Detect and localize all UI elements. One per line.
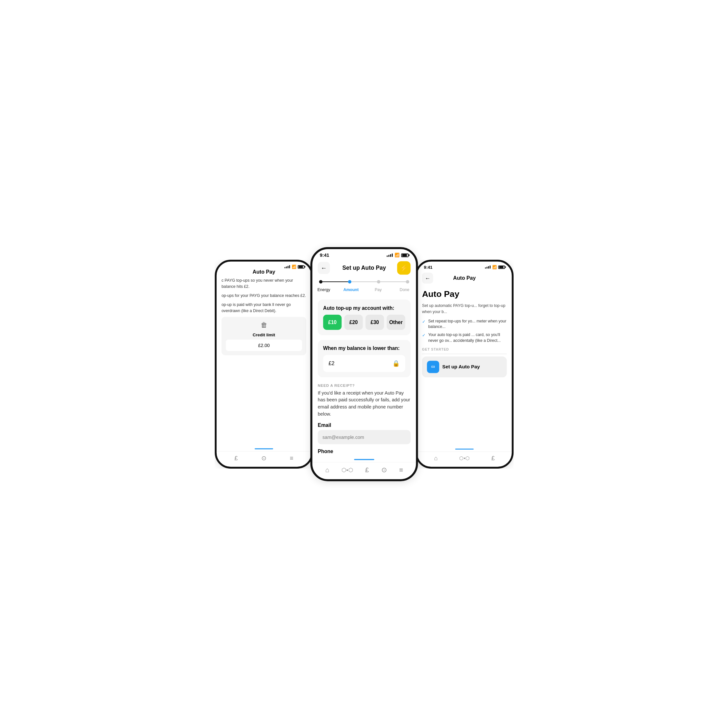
help-icon-center: ⊙ xyxy=(381,466,387,474)
step-dot-energy xyxy=(319,280,322,283)
nav-payment-center[interactable]: £ xyxy=(365,466,369,474)
bottom-nav-left[interactable]: £ ⊙ ≡ xyxy=(216,451,311,466)
battery-icon-center xyxy=(401,253,408,257)
nav-indicator-left xyxy=(254,448,273,449)
payment-icon-center: £ xyxy=(365,466,369,474)
home-icon: ⌂ xyxy=(325,466,329,474)
nav-item-help[interactable]: ⊙ xyxy=(261,454,266,462)
check-text-1: Set repeat top-ups for yo... meter when … xyxy=(428,318,506,330)
check-item-1: ✓ Set repeat top-ups for yo... meter whe… xyxy=(422,318,506,330)
top-nav-right: ← Auto Pay xyxy=(417,271,512,286)
battery-icon xyxy=(298,265,304,268)
center-content: Auto top-up my account with: £10 £20 £30… xyxy=(312,296,416,462)
nav-title-center: Set up Auto Pay xyxy=(342,265,386,271)
battery-icon-right xyxy=(498,265,505,268)
step-dot-pay xyxy=(377,280,380,283)
balance-input: £2 🔒 xyxy=(323,355,405,372)
setup-autopay-button[interactable]: ∞ Set up Auto Pay xyxy=(422,356,506,378)
step-label-pay: Pay xyxy=(371,287,385,292)
autopay-title: Auto Pay xyxy=(422,289,506,299)
infinity-icon: ∞ xyxy=(427,361,439,373)
signal-icon-right xyxy=(485,266,490,269)
nav-item-menu[interactable]: ≡ xyxy=(290,454,293,462)
home-icon-right: ⌂ xyxy=(434,455,437,462)
balance-card: When my balance is lower than: £2 🔒 xyxy=(318,340,410,377)
desc2: op-ups for your PAYG your balance reache… xyxy=(221,292,306,298)
status-time-right: 9:41 xyxy=(424,265,433,269)
step-label-amount: Amount xyxy=(343,287,358,292)
amount-options[interactable]: £10 £20 £30 Other xyxy=(323,315,405,330)
step-line-3 xyxy=(380,281,405,282)
desc3: op-up is paid with your bank ll never go… xyxy=(221,301,306,314)
checkmark-icon-1: ✓ xyxy=(422,318,425,330)
nav-menu-center[interactable]: ≡ xyxy=(399,466,403,474)
wifi-icon-right: 📶 xyxy=(492,265,496,269)
amount-10[interactable]: £10 xyxy=(323,315,341,330)
action-button[interactable]: ⚡ xyxy=(397,261,410,275)
balance-card-title: When my balance is lower than: xyxy=(323,345,405,351)
step-line-1 xyxy=(323,281,348,282)
app-scene: 📶 Auto Pay c PAYG top-ups so you never w… xyxy=(186,252,542,477)
progress-steps xyxy=(312,277,416,287)
trash-icon: 🗑 xyxy=(260,321,267,329)
nav-indicator-center xyxy=(354,459,374,460)
amount-20[interactable]: £20 xyxy=(344,315,362,330)
nav-payment-right[interactable]: £ xyxy=(491,455,495,462)
signal-icon-center xyxy=(387,253,393,257)
nav-home-right[interactable]: ⌂ xyxy=(434,455,437,462)
step-line-2 xyxy=(351,281,377,282)
amount-card: Auto top-up my account with: £10 £20 £30… xyxy=(318,300,410,335)
step-label-energy: Energy xyxy=(317,287,330,292)
status-bar-center: 9:41 📶 xyxy=(312,249,416,259)
balance-value: £2 xyxy=(328,360,334,366)
status-bar-right: 9:41 📶 xyxy=(417,261,512,271)
nav-indicator-right xyxy=(455,448,474,450)
phone-center: 9:41 📶 ← Set up Auto Pay ⚡ xyxy=(310,247,418,481)
payment-icon-right: £ xyxy=(491,455,495,462)
nav-help-center[interactable]: ⊙ xyxy=(381,466,387,474)
get-started-label: GET STARTED xyxy=(422,347,506,351)
bottom-nav-right[interactable]: ⌂ ⬡•⬡ £ xyxy=(417,451,512,467)
wifi-icon: 📶 xyxy=(291,265,296,269)
credit-limit-label: Credit limit xyxy=(252,332,275,336)
desc1: c PAYG top-ups so you never when your ba… xyxy=(221,277,306,289)
payment-icon: £ xyxy=(234,454,238,462)
left-content: c PAYG top-ups so you never when your ba… xyxy=(216,274,311,451)
back-button[interactable]: ← xyxy=(318,262,330,274)
checkmark-icon-2: ✓ xyxy=(422,332,425,343)
receipt-section: NEED A RECEIPT? If you'd like a receipt … xyxy=(318,382,410,459)
amount-other[interactable]: Other xyxy=(387,315,405,330)
nav-title-left: Auto Pay xyxy=(252,269,275,275)
nav-home[interactable]: ⌂ xyxy=(325,466,329,474)
autopay-desc: Set up automatic PAYG top-u... forget to… xyxy=(422,303,506,315)
step-dot-amount xyxy=(348,280,351,283)
usage-icon-right: ⬡•⬡ xyxy=(459,455,470,461)
email-label: Email xyxy=(318,422,410,428)
check-text-2: Your auto top-up is paid ... card, so yo… xyxy=(428,332,506,343)
menu-icon: ≡ xyxy=(290,454,293,462)
status-icons-left: 📶 xyxy=(284,265,304,269)
back-button-right[interactable]: ← xyxy=(422,272,433,283)
phone-label: Phone xyxy=(318,448,410,454)
signal-icon xyxy=(284,265,290,268)
bottom-nav-center[interactable]: ⌂ ⬡•⬡ £ ⊙ ≡ xyxy=(312,462,416,479)
wifi-icon-center: 📶 xyxy=(394,252,399,257)
nav-usage[interactable]: ⬡•⬡ xyxy=(341,466,353,473)
usage-icon: ⬡•⬡ xyxy=(341,466,353,473)
top-nav-center: ← Set up Auto Pay ⚡ xyxy=(312,259,416,277)
help-icon: ⊙ xyxy=(261,454,266,462)
lightning-icon: ⚡ xyxy=(399,264,408,272)
email-input[interactable] xyxy=(318,430,410,444)
phone-left: 📶 Auto Pay c PAYG top-ups so you never w… xyxy=(215,260,313,469)
step-label-done: Done xyxy=(398,287,411,292)
amount-30[interactable]: £30 xyxy=(366,315,384,330)
status-time-center: 9:41 xyxy=(320,252,329,258)
receipt-desc: If you'd like a receipt when your Auto P… xyxy=(318,389,410,418)
nav-item-payment[interactable]: £ xyxy=(234,454,238,462)
credit-card: 🗑 Credit limit £2.00 xyxy=(221,317,306,355)
nav-title-right: Auto Pay xyxy=(453,275,476,281)
right-content: Auto Pay Set up automatic PAYG top-u... … xyxy=(417,286,512,451)
nav-usage-right[interactable]: ⬡•⬡ xyxy=(459,455,470,461)
step-labels: Energy Amount Pay Done xyxy=(312,287,416,296)
check-item-2: ✓ Your auto top-up is paid ... card, so … xyxy=(422,332,506,343)
